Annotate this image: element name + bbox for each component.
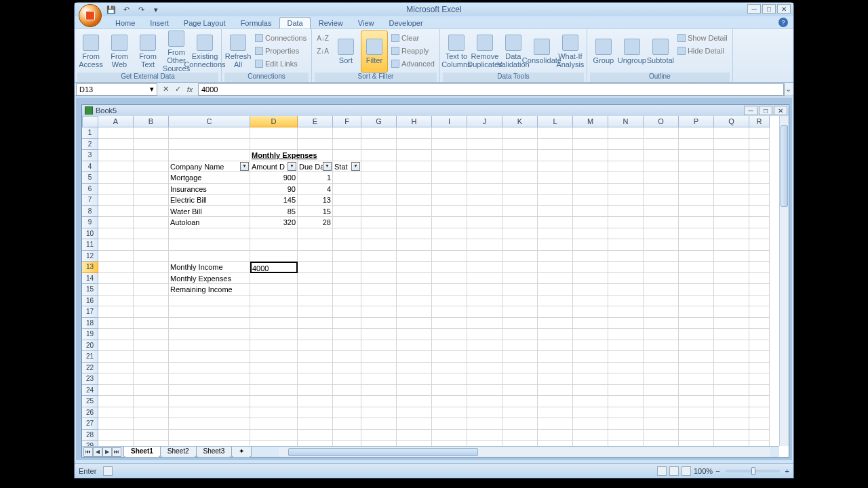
cell-E2[interactable] xyxy=(298,139,333,150)
properties-button[interactable]: Properties xyxy=(253,45,309,57)
cell-R24[interactable] xyxy=(749,385,770,396)
row-header-15[interactable]: 15 xyxy=(82,284,98,296)
cell-H2[interactable] xyxy=(397,139,432,150)
cell-J10[interactable] xyxy=(467,228,502,240)
cell-K20[interactable] xyxy=(502,340,538,352)
cell-G18[interactable] xyxy=(361,318,397,329)
cell-D22[interactable] xyxy=(250,363,298,374)
column-header-K[interactable]: K xyxy=(502,116,538,127)
cell-L6[interactable] xyxy=(538,184,573,195)
cell-N16[interactable] xyxy=(608,296,644,307)
cell-M9[interactable] xyxy=(573,217,608,228)
cell-L5[interactable] xyxy=(538,172,573,184)
cell-Q17[interactable] xyxy=(714,306,749,318)
next-sheet-button[interactable]: ▶ xyxy=(102,447,112,457)
cell-J20[interactable] xyxy=(467,340,502,352)
row-header-26[interactable]: 26 xyxy=(82,407,98,419)
cell-A7[interactable] xyxy=(98,195,134,206)
cell-A18[interactable] xyxy=(98,318,134,329)
cell-F23[interactable] xyxy=(333,373,361,385)
cell-B10[interactable] xyxy=(134,228,169,240)
cell-Q19[interactable] xyxy=(714,329,749,340)
cell-G8[interactable] xyxy=(361,206,397,218)
cell-F24[interactable] xyxy=(333,385,361,396)
cell-I26[interactable] xyxy=(432,407,467,419)
cell-O13[interactable] xyxy=(644,262,679,273)
row-header-12[interactable]: 12 xyxy=(82,251,98,262)
cell-F29[interactable] xyxy=(333,441,361,446)
filter-dropdown-icon[interactable]: ▼ xyxy=(288,162,296,171)
tab-data[interactable]: Data xyxy=(279,17,310,28)
cell-Q28[interactable] xyxy=(714,430,749,441)
cell-L4[interactable] xyxy=(538,161,573,173)
select-all-corner[interactable] xyxy=(82,116,98,127)
from-access-button[interactable]: From Access xyxy=(77,30,104,73)
cell-E29[interactable] xyxy=(298,441,333,446)
cell-I19[interactable] xyxy=(432,329,467,340)
cell-E1[interactable] xyxy=(298,127,333,139)
cell-G3[interactable] xyxy=(361,150,397,161)
cell-O25[interactable] xyxy=(644,396,679,407)
minimize-button[interactable]: ─ xyxy=(747,4,761,14)
cell-F4[interactable]: Stat▼ xyxy=(333,161,361,173)
cell-K28[interactable] xyxy=(502,430,538,441)
vertical-scroll-thumb[interactable] xyxy=(781,125,788,207)
cell-N13[interactable] xyxy=(608,262,644,273)
cell-L8[interactable] xyxy=(538,206,573,218)
cell-B21[interactable] xyxy=(134,351,169,363)
name-box-dropdown-icon[interactable]: ▾ xyxy=(150,85,154,94)
cell-P20[interactable] xyxy=(679,340,714,352)
cell-J19[interactable] xyxy=(467,329,502,340)
cell-K7[interactable] xyxy=(502,195,538,206)
row-header-17[interactable]: 17 xyxy=(82,306,98,318)
cell-O21[interactable] xyxy=(644,351,679,363)
cell-L25[interactable] xyxy=(538,396,573,407)
redo-icon[interactable]: ↷ xyxy=(136,4,146,15)
cell-H10[interactable] xyxy=(397,228,432,240)
row-header-21[interactable]: 21 xyxy=(82,351,98,363)
filter-button[interactable]: Filter xyxy=(361,30,388,73)
cell-M14[interactable] xyxy=(573,273,608,285)
cell-Q3[interactable] xyxy=(714,150,749,161)
cell-J4[interactable] xyxy=(467,161,502,173)
cell-J7[interactable] xyxy=(467,195,502,206)
cell-A12[interactable] xyxy=(98,251,134,262)
cell-L23[interactable] xyxy=(538,373,573,385)
cell-Q25[interactable] xyxy=(714,396,749,407)
cell-M20[interactable] xyxy=(573,340,608,352)
cell-O26[interactable] xyxy=(644,407,679,419)
cell-M19[interactable] xyxy=(573,329,608,340)
sheet-tab-sheet3[interactable]: Sheet3 xyxy=(196,447,233,458)
cell-R15[interactable] xyxy=(749,284,770,296)
cell-A5[interactable] xyxy=(98,172,134,184)
cell-B25[interactable] xyxy=(134,396,169,407)
cell-L9[interactable] xyxy=(538,217,573,228)
cell-K22[interactable] xyxy=(502,363,538,374)
what-if-analysis-button[interactable]: What-If Analysis xyxy=(557,30,584,73)
cell-J5[interactable] xyxy=(467,172,502,184)
cell-D20[interactable] xyxy=(250,340,298,352)
cell-R28[interactable] xyxy=(749,430,770,441)
cell-I20[interactable] xyxy=(432,340,467,352)
cell-H16[interactable] xyxy=(397,296,432,307)
cell-L10[interactable] xyxy=(538,228,573,240)
cell-M11[interactable] xyxy=(573,239,608,251)
cell-H5[interactable] xyxy=(397,172,432,184)
cell-C18[interactable] xyxy=(169,318,250,329)
cell-J16[interactable] xyxy=(467,296,502,307)
normal-view-button[interactable] xyxy=(657,466,667,476)
cell-A2[interactable] xyxy=(98,139,134,150)
cell-N29[interactable] xyxy=(608,441,644,446)
cell-D28[interactable] xyxy=(250,430,298,441)
column-header-B[interactable]: B xyxy=(134,116,169,127)
cell-P15[interactable] xyxy=(679,284,714,296)
cell-D29[interactable] xyxy=(250,441,298,446)
cell-B2[interactable] xyxy=(134,139,169,150)
cell-C14[interactable]: Monthly Expenses xyxy=(169,273,250,285)
last-sheet-button[interactable]: ⏭ xyxy=(112,447,121,457)
cell-Q21[interactable] xyxy=(714,351,749,363)
cell-E16[interactable] xyxy=(298,296,333,307)
row-header-9[interactable]: 9 xyxy=(82,217,98,228)
sort-z↓a-button[interactable]: Z↓A xyxy=(315,45,331,57)
cell-K10[interactable] xyxy=(502,228,538,240)
